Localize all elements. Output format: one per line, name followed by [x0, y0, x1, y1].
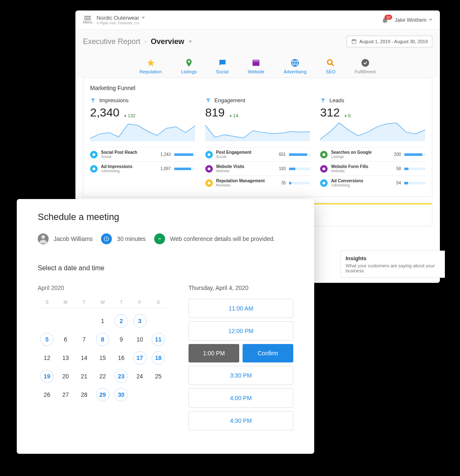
metric-row: Website Form FillsWebsite58: [320, 161, 425, 176]
calendar-day[interactable]: 11: [149, 331, 168, 348]
calendar-day[interactable]: 15: [93, 349, 112, 366]
calendar-day[interactable]: 12: [38, 349, 56, 366]
chevron-right-icon: ›: [145, 38, 147, 45]
calendar-day[interactable]: 3: [130, 313, 149, 329]
time-slot[interactable]: 12:00 PM: [189, 321, 293, 341]
row-value: 601: [273, 152, 286, 157]
row-subtitle: Advertising: [331, 183, 385, 187]
metric-value: 312: [320, 106, 340, 119]
row-title: Website Form Fills: [331, 164, 385, 169]
calendar-day: [38, 313, 56, 329]
user-menu[interactable]: Jake Winthem: [395, 17, 432, 23]
page-header: Executive Report › Overview August 1, 20…: [75, 30, 440, 53]
calendar-day[interactable]: 24: [130, 368, 149, 385]
calendar-day[interactable]: 14: [75, 349, 93, 366]
row-title: Searches on Google: [331, 150, 385, 155]
row-subtitle: Website: [331, 169, 385, 173]
row-subtitle: Social: [216, 155, 270, 159]
time-slot[interactable]: 11:00 AM: [189, 299, 293, 318]
insights-subtitle: What your customers are saying about you…: [346, 263, 439, 273]
row-icon: [320, 151, 328, 158]
metric-engagement: Engagement81914Post EngagementSocial601W…: [205, 97, 310, 190]
tab-reputation[interactable]: Reputation: [140, 58, 162, 74]
calendar-day[interactable]: 28: [75, 386, 93, 403]
row-bar: [404, 153, 425, 156]
calendar-day[interactable]: 30: [112, 386, 130, 403]
calendar-day[interactable]: 8: [93, 331, 112, 348]
calendar-day[interactable]: 19: [38, 368, 56, 385]
row-icon: [320, 165, 328, 173]
calendar-day[interactable]: 18: [149, 349, 168, 366]
notifications-button[interactable]: 10: [381, 16, 389, 24]
company-selector[interactable]: Nordic Outerwear 4 Piper Ave, Fremont, C…: [97, 15, 145, 25]
calendar-day[interactable]: 20: [56, 368, 75, 385]
row-icon: [205, 179, 213, 187]
calendar-day[interactable]: 9: [112, 331, 130, 348]
time-slot[interactable]: 4:30 PM: [189, 411, 293, 430]
row-value: 35: [273, 181, 286, 185]
svg-point-6: [328, 60, 332, 65]
calendar-day[interactable]: 25: [149, 368, 168, 385]
calendar-day[interactable]: 13: [56, 349, 75, 366]
metric-row: Ad ConversionsAdvertising54: [320, 176, 425, 190]
calendar-day[interactable]: 16: [112, 349, 130, 366]
row-value: 1,097: [158, 166, 171, 171]
tab-fulfillment[interactable]: Fulfillment: [355, 58, 376, 74]
row-bar: [289, 168, 310, 170]
svg-point-8: [93, 153, 96, 156]
row-icon: [90, 151, 98, 158]
chevron-down-icon: [429, 19, 432, 21]
duration-chip: 30 minutes: [101, 233, 145, 244]
advertising-icon: [290, 58, 300, 67]
tab-listings[interactable]: Listings: [181, 58, 196, 74]
calendar-day[interactable]: 22: [93, 368, 112, 385]
insights-card: Insights What your customers are saying …: [340, 251, 445, 278]
confirm-button[interactable]: Confirm: [243, 344, 293, 362]
selected-time-slot[interactable]: 1:00 PM: [189, 344, 239, 362]
calendar-day[interactable]: 27: [56, 386, 75, 403]
video-icon: [154, 233, 165, 244]
weekday-header: F: [130, 300, 149, 308]
chevron-down-icon: [142, 17, 145, 19]
panel-title: Marketing Funnel: [90, 85, 425, 91]
svg-rect-1: [84, 18, 91, 18]
time-slots: Thursday, April 4, 2020 11:00 AM12:00 PM…: [189, 285, 293, 434]
row-title: Reputation Management: [216, 178, 270, 183]
row-value: 58: [388, 166, 401, 171]
metric-row: Reputation ManagementReviews35: [205, 176, 310, 190]
tab-advertising[interactable]: Advertising: [284, 58, 306, 74]
calendar-day[interactable]: 21: [75, 368, 93, 385]
calendar-day[interactable]: 23: [112, 368, 130, 385]
calendar-day[interactable]: 10: [130, 331, 149, 348]
time-slot[interactable]: 4:00 PM: [189, 388, 293, 408]
metric-row: Ad ImpressionsAdvertising1,097: [90, 161, 195, 176]
time-slot[interactable]: 3:30 PM: [189, 366, 293, 385]
breadcrumb-parent[interactable]: Executive Report: [83, 37, 140, 46]
row-value: 183: [273, 166, 286, 171]
insights-title: Insights: [346, 255, 439, 261]
calendar-day[interactable]: 7: [75, 331, 93, 348]
tab-label: Social: [216, 69, 229, 74]
calendar-day[interactable]: 17: [130, 349, 149, 366]
calendar-day[interactable]: 2: [112, 313, 130, 329]
calendar-day[interactable]: 26: [38, 386, 56, 403]
date-range-picker[interactable]: August 1, 2019 - August 30, 2019: [346, 36, 432, 47]
tab-website[interactable]: Website: [248, 58, 265, 74]
tab-social[interactable]: Social: [216, 58, 229, 74]
row-value: 54: [388, 181, 401, 185]
breadcrumb: Executive Report › Overview: [83, 37, 192, 46]
calendar-day[interactable]: 6: [56, 331, 75, 348]
metric-name: Engagement: [214, 97, 246, 103]
svg-point-14: [323, 167, 326, 170]
menu-button[interactable]: Menu: [83, 16, 93, 24]
schedule-meeting-modal: Schedule a meeting Jacob Williams 30 min…: [17, 199, 314, 454]
marketing-funnel-panel: Marketing Funnel Impressions2,340132Soci…: [83, 78, 432, 197]
svg-point-13: [323, 153, 326, 156]
tab-seo[interactable]: SEO: [326, 58, 336, 74]
calendar-day[interactable]: 4: [149, 313, 168, 329]
calendar-day[interactable]: 1: [93, 313, 112, 329]
breadcrumb-current[interactable]: Overview: [151, 37, 184, 46]
calendar-day[interactable]: 29: [93, 386, 112, 403]
tab-label: Advertising: [284, 69, 306, 74]
calendar-day[interactable]: 5: [38, 331, 56, 348]
